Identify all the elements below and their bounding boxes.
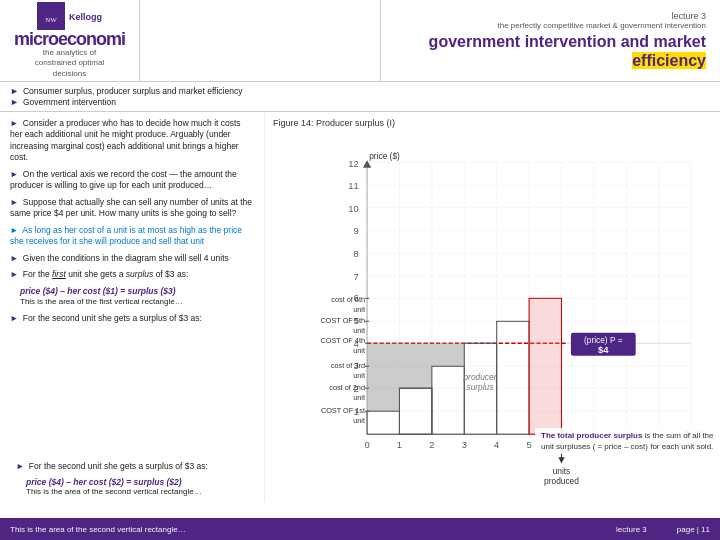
- right-panel: Figure 14: Producer surplus (I): [265, 112, 720, 502]
- nav-item-consumer: ► Consumer surplus, producer surplus and…: [10, 86, 710, 96]
- formula2-sub: This is the area of the second vertical …: [26, 487, 260, 496]
- svg-rect-54: [399, 343, 431, 388]
- nav-area: ► Consumer surplus, producer surplus and…: [0, 82, 720, 112]
- total-producer-box: The total producer surplus is the sum of…: [535, 428, 720, 454]
- svg-rect-62: [529, 298, 561, 434]
- header-middle: [140, 0, 380, 81]
- nav-item-gov-label: Government intervention: [23, 97, 116, 107]
- kellogg-label: Kellogg: [69, 12, 102, 22]
- svg-text:5: 5: [526, 439, 531, 450]
- svg-text:2: 2: [429, 439, 434, 450]
- logo-text: microeconomi: [14, 30, 125, 48]
- svg-text:4: 4: [494, 439, 499, 450]
- para4-text: As long as her cost of a unit is at most…: [10, 225, 242, 246]
- lecture-label: lecture 3: [395, 11, 706, 21]
- nav-item-consumer-label: Consumer surplus, producer surplus and m…: [23, 86, 243, 96]
- svg-text:producer: producer: [462, 372, 497, 382]
- svg-text:produced: produced: [544, 476, 579, 486]
- nav-arrow-1: ►: [10, 86, 19, 96]
- logo-sub: the analytics of constrained optimal dec…: [35, 48, 104, 79]
- total-producer-label: The total producer surplus: [541, 431, 642, 440]
- svg-text:unit: unit: [353, 371, 365, 380]
- para3-block: ► Suppose that actually she can sell any…: [10, 197, 254, 220]
- svg-text:7: 7: [353, 271, 358, 282]
- lecture-subtitle: the perfectly competitive market & gover…: [395, 21, 706, 30]
- formula1-block: price ($4) – her cost ($1) = surplus ($3…: [20, 286, 254, 308]
- para1-text: Consider a producer who has to decide ho…: [10, 118, 241, 162]
- svg-text:9: 9: [353, 225, 358, 236]
- svg-text:0: 0: [364, 439, 369, 450]
- svg-text:8: 8: [353, 248, 358, 259]
- gov-title: government intervention and market effic…: [395, 33, 706, 70]
- header: NW Kellogg microeconomi the analytics of…: [0, 0, 720, 82]
- svg-text:COST OF 1st: COST OF 1st: [321, 406, 365, 415]
- svg-text:unit: unit: [353, 305, 365, 314]
- para7-formula-block: ► For the second unit she gets a surplus…: [16, 461, 260, 472]
- formula-area: ► For the second unit she gets a surplus…: [8, 459, 268, 498]
- main: ► Consider a producer who has to decide …: [0, 112, 720, 502]
- para6-first: first: [52, 269, 66, 279]
- svg-text:cost of 6th: cost of 6th: [331, 296, 365, 305]
- formula1-sub: This is the area of the first vertical r…: [20, 297, 254, 308]
- svg-text:cost of 3rd: cost of 3rd: [331, 361, 365, 370]
- svg-text:unit: unit: [353, 346, 365, 355]
- para7-text: For the second unit she gets a surplus o…: [23, 313, 202, 323]
- svg-text:price ($): price ($): [369, 151, 400, 161]
- nav-arrow-2: ►: [10, 97, 19, 107]
- svg-text:10: 10: [348, 203, 358, 214]
- svg-text:units: units: [553, 466, 571, 476]
- nav-item-gov: ► Government intervention: [10, 97, 710, 107]
- svg-text:COST OF 5th: COST OF 5th: [321, 316, 365, 325]
- svg-text:surplus: surplus: [466, 382, 494, 392]
- footer-page: page | 11: [677, 525, 710, 534]
- para5-text: Given the conditions in the diagram she …: [23, 253, 229, 263]
- para4-block: ► As long as her cost of a unit is at mo…: [10, 225, 254, 248]
- para7-label: For the second unit she gets a surplus o…: [29, 461, 208, 471]
- formula1-text: price ($4) – her cost ($1) = surplus ($3…: [20, 286, 254, 297]
- svg-text:unit: unit: [353, 393, 365, 402]
- para6-amount: of $3 as:: [156, 269, 189, 279]
- svg-text:unit: unit: [353, 326, 365, 335]
- formula2-text: price ($4) – her cost ($2) = surplus ($2…: [26, 477, 260, 487]
- para1-block: ► Consider a producer who has to decide …: [10, 118, 254, 164]
- svg-rect-53: [367, 343, 399, 411]
- svg-text:$4: $4: [598, 344, 609, 355]
- logo-area: NW Kellogg microeconomi the analytics of…: [0, 0, 140, 81]
- para5-block: ► Given the conditions in the diagram sh…: [10, 253, 254, 264]
- figure-title: Figure 14: Producer surplus (I): [273, 118, 712, 128]
- svg-text:unit: unit: [353, 416, 365, 425]
- para6-prefix: For the: [23, 269, 50, 279]
- left-panel: ► Consider a producer who has to decide …: [0, 112, 265, 502]
- svg-text:11: 11: [348, 180, 358, 191]
- northwestern-logo-icon: NW: [37, 2, 65, 30]
- svg-text:12: 12: [348, 158, 358, 169]
- header-right: lecture 3 the perfectly competitive mark…: [380, 0, 720, 81]
- para7-block: ► For the second unit she gets a surplus…: [10, 313, 254, 324]
- para3-text: Suppose that actually she can sell any n…: [10, 197, 252, 218]
- para6-rest: unit she gets a: [68, 269, 123, 279]
- bottom-bar: This is the area of the second vertical …: [0, 518, 720, 540]
- svg-rect-55: [432, 343, 464, 366]
- svg-text:1: 1: [397, 439, 402, 450]
- svg-text:3: 3: [462, 439, 467, 450]
- para6-block: ► For the first unit she gets a surplus …: [10, 269, 254, 280]
- bottom-text: This is the area of the second vertical …: [10, 525, 616, 534]
- footer-lecture: lecture 3: [616, 525, 647, 534]
- para6-surplus: surplus: [126, 269, 153, 279]
- para2-block: ► On the vertical axis we record the cos…: [10, 169, 254, 192]
- svg-text:COST OF 4th: COST OF 4th: [321, 336, 365, 345]
- formula2-block: price ($4) – her cost ($2) = surplus ($2…: [26, 477, 260, 496]
- para2-text: On the vertical axis we record the cost …: [10, 169, 237, 190]
- svg-text:cost of 2nd: cost of 2nd: [329, 383, 365, 392]
- svg-text:NW: NW: [45, 16, 57, 24]
